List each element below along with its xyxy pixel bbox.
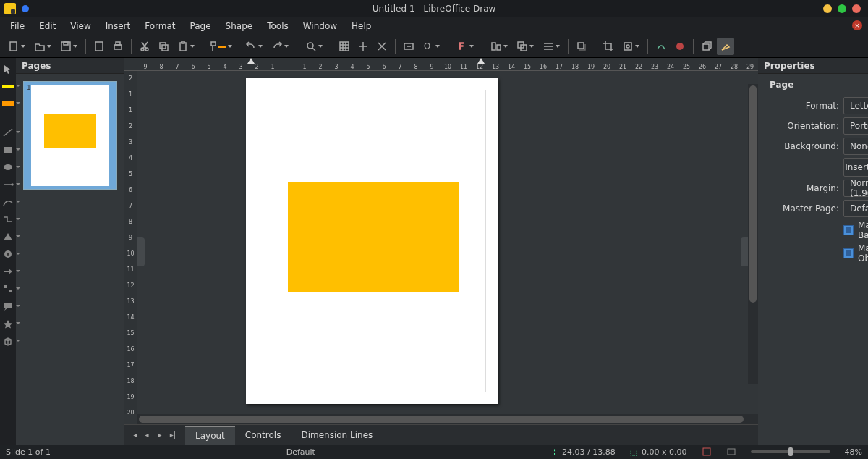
window-maximize-button[interactable] xyxy=(838,4,846,13)
background-select[interactable]: None xyxy=(843,138,868,155)
svg-text:F: F xyxy=(459,41,464,51)
modified-indicator xyxy=(22,5,29,12)
ellipse-tool[interactable] xyxy=(0,161,16,174)
shape-rectangle[interactable] xyxy=(288,182,459,292)
line-color-tool[interactable] xyxy=(0,80,16,93)
format-label: Format: xyxy=(770,101,839,111)
first-tab-button[interactable]: |◂ xyxy=(129,430,139,440)
fill-color-tool[interactable] xyxy=(0,97,16,110)
zoom-slider[interactable] xyxy=(751,450,830,453)
shadow-button[interactable] xyxy=(573,38,590,55)
svg-rect-37 xyxy=(703,448,710,455)
flowchart-tool[interactable] xyxy=(0,282,16,295)
status-save-icon[interactable] xyxy=(702,447,712,457)
helplines-button[interactable] xyxy=(373,38,391,55)
snap-guides-button[interactable] xyxy=(354,38,372,55)
tab-layout[interactable]: Layout xyxy=(185,426,235,445)
orientation-label: Orientation: xyxy=(770,121,839,131)
export-pdf-button[interactable] xyxy=(90,38,108,55)
collapse-pages-button[interactable] xyxy=(137,237,145,266)
cut-button[interactable] xyxy=(136,38,153,55)
3d-tool[interactable] xyxy=(0,334,16,348)
last-tab-button[interactable]: ▸| xyxy=(168,430,178,440)
print-button[interactable] xyxy=(109,38,127,55)
svg-text:Ω: Ω xyxy=(424,41,430,51)
master-background-checkbox[interactable] xyxy=(843,225,854,235)
format-select[interactable]: Letter xyxy=(843,97,868,114)
new-button[interactable] xyxy=(4,38,29,55)
toggle-point-edit-button[interactable] xyxy=(652,38,670,55)
basic-shapes-tool[interactable] xyxy=(0,230,16,243)
orientation-select[interactable]: Portrait xyxy=(843,117,868,135)
page-thumbnail-1[interactable]: 1 xyxy=(23,81,117,190)
status-layer[interactable]: Default xyxy=(286,447,315,457)
menu-window[interactable]: Window xyxy=(296,19,344,33)
distribute-button[interactable] xyxy=(539,38,563,55)
zoom-button[interactable] xyxy=(302,38,326,55)
show-draw-functions-button[interactable] xyxy=(717,38,734,55)
menu-file[interactable]: File xyxy=(3,19,32,33)
statusbar: Slide 1 of 1 Default ⊹24.03 / 13.88 ⬚0.0… xyxy=(0,445,868,459)
svg-rect-4 xyxy=(114,45,122,49)
undo-button[interactable] xyxy=(242,38,266,55)
special-char-button[interactable]: Ω xyxy=(419,38,443,55)
fontwork-button[interactable]: F xyxy=(453,38,477,55)
callout-tool[interactable] xyxy=(0,300,16,313)
crop-button[interactable] xyxy=(600,38,617,55)
zoom-fit-button[interactable] xyxy=(726,447,736,457)
menu-insert[interactable]: Insert xyxy=(98,19,137,33)
collapse-properties-button[interactable] xyxy=(741,237,748,266)
vertical-ruler[interactable]: 2112345678910111213141516171819202122232… xyxy=(124,71,137,414)
drawing-canvas[interactable] xyxy=(137,71,758,414)
vertical-scrollbar[interactable] xyxy=(748,84,758,384)
open-button[interactable] xyxy=(30,38,55,55)
save-button[interactable] xyxy=(56,38,81,55)
prev-tab-button[interactable]: ◂ xyxy=(142,430,152,440)
line-ends-tool[interactable] xyxy=(0,178,16,191)
arrange-button[interactable] xyxy=(513,38,537,55)
copy-button[interactable] xyxy=(155,38,172,55)
master-objects-checkbox[interactable] xyxy=(843,248,854,258)
app-icon xyxy=(4,3,16,14)
select-tool[interactable] xyxy=(0,62,16,75)
window-minimize-button[interactable] xyxy=(823,4,832,13)
master-page-select[interactable]: Default xyxy=(843,200,868,217)
align-button[interactable] xyxy=(487,38,511,55)
menu-shape[interactable]: Shape xyxy=(218,19,260,33)
star-tool[interactable] xyxy=(0,317,16,330)
menu-page[interactable]: Page xyxy=(183,19,218,33)
redo-button[interactable] xyxy=(268,38,292,55)
zoom-value[interactable]: 48% xyxy=(845,447,862,457)
menu-edit[interactable]: Edit xyxy=(32,19,63,33)
symbol-shapes-tool[interactable] xyxy=(0,248,16,261)
svg-rect-38 xyxy=(728,449,735,455)
textbox-button[interactable] xyxy=(400,38,417,55)
paste-button[interactable] xyxy=(174,38,198,55)
horizontal-ruler[interactable]: 9876543211234567891011121314151617181920… xyxy=(124,58,758,71)
properties-panel-header: Properties xyxy=(758,58,868,74)
svg-rect-2 xyxy=(64,42,68,45)
document-close-button[interactable]: × xyxy=(852,20,862,30)
gluepoints-button[interactable] xyxy=(671,38,689,55)
connector-tool[interactable] xyxy=(0,213,16,226)
rectangle-tool[interactable] xyxy=(0,143,16,156)
extrusion-button[interactable] xyxy=(698,38,715,55)
line-tool[interactable] xyxy=(0,126,16,139)
menu-help[interactable]: Help xyxy=(344,19,378,33)
tab-dimension-lines[interactable]: Dimension Lines xyxy=(291,426,383,444)
filter-button[interactable] xyxy=(618,38,643,55)
menu-view[interactable]: View xyxy=(63,19,98,33)
arrow-shapes-tool[interactable] xyxy=(0,265,16,278)
horizontal-scrollbar[interactable] xyxy=(137,414,758,424)
margin-select[interactable]: Normal (1.90 cm) xyxy=(843,180,868,197)
insert-image-button[interactable]: Insert Image... xyxy=(843,158,868,177)
curve-tool[interactable] xyxy=(0,195,16,209)
menu-tools[interactable]: Tools xyxy=(260,19,296,33)
clone-formatting-button[interactable] xyxy=(208,38,232,55)
svg-rect-21 xyxy=(624,43,631,50)
grid-button[interactable] xyxy=(336,38,353,55)
next-tab-button[interactable]: ▸ xyxy=(155,430,165,440)
menu-format[interactable]: Format xyxy=(137,19,182,33)
window-close-button[interactable] xyxy=(852,4,861,13)
tab-controls[interactable]: Controls xyxy=(235,426,292,444)
